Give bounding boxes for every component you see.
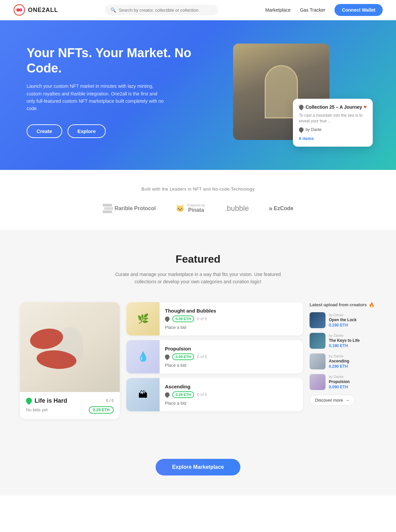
gas-tracker-link[interactable]: Gas Tracker [300,7,325,13]
big-card-bid-status: No bids yet [26,407,48,412]
bubble-logo: .bubble [225,204,249,213]
featured-grid: Life is Hard 6 / 6 No bids yet 0.29 ETH … [20,302,376,419]
small-card-ascending[interactable]: 🏔 Ascending 0.29 ETH 6 of 6 Place a bid [126,378,303,411]
sc-bubbles-icon [164,316,171,322]
latest-info-2: by Dante Ascending 0.290 ETH [329,354,376,369]
latest-item-3[interactable]: by Dante Propulsion 0.090 ETH [310,374,376,390]
latest-name-0: Open the Lock [329,318,376,322]
sc-ascending-eth: 0.29 ETH [172,391,194,398]
discover-more-button[interactable]: Discover more → [310,395,355,406]
small-card-propulsion[interactable]: 💧 Propulsion 0.09 ETH 6 of 6 Place a bid [126,340,303,373]
explore-section: Explore Marketplace [0,446,396,495]
hero-subtitle: Launch your custom NFT market in minutes… [27,82,166,112]
sc-propulsion-count: 6 of 6 [197,354,207,359]
big-card-title-row: Life is Hard 6 / 6 [26,397,114,404]
explore-button[interactable]: Explore [67,124,106,138]
latest-thumb-0 [310,312,326,328]
featured-section: Featured Curate and manage your marketpl… [0,230,396,446]
favorite-icon[interactable]: ♥ [364,104,367,110]
hero-section: Your NFTs. Your Market. No Code. Launch … [0,20,396,170]
small-card-thought-bubbles[interactable]: 🌿 Thought and Bubbles 0.09 ETH 6 of 6 Pl… [126,302,303,335]
latest-thumb-1 [310,333,326,349]
latest-thumb-2 [310,353,326,369]
collection-icon [298,104,305,111]
latest-author-2: by Dante [329,354,376,358]
sc-ascending-count: 6 of 6 [197,392,207,397]
big-card-eth-price: 0.29 ETH [89,406,114,414]
partners-logos: Rarible Protocol 🐱 Powered by Pinata .bu… [20,203,376,213]
latest-price-0: 0.290 ETH [329,323,376,328]
big-card-count: 6 / 6 [106,398,114,403]
popup-items-count[interactable]: 6 items [299,136,314,141]
sc-ascending-art: 🏔 [138,389,148,400]
search-icon: 🔍 [110,7,116,13]
popup-author: by Dante [299,127,367,132]
latest-author-1: by Dante [329,333,376,337]
partners-title: Built with the Leaders in NFT and No-cod… [20,187,376,192]
latest-name-1: The Keys to Life [329,338,376,343]
sc-propulsion-name: Propulsion [165,346,298,351]
author-icon [298,126,305,133]
svg-point-2 [19,8,22,12]
pinata-sub: Powered by [187,203,205,207]
big-card-footer: Life is Hard 6 / 6 No bids yet 0.29 ETH [20,392,120,419]
big-card-artwork [20,302,120,392]
sc-ascending-bid[interactable]: Place a bid [165,401,298,406]
sc-ascending-icon [164,391,171,398]
latest-item-0[interactable]: by Dante Open the Lock 0.290 ETH [310,312,376,328]
ezcode-logo: » EzCode [269,204,293,212]
collection-popup: Collection 25 – A Journey ♥ To cast a mo… [293,99,373,147]
latest-item-2[interactable]: by Dante Ascending 0.290 ETH [310,353,376,369]
latest-uploads-column: Latest upload from creators 🔥 by Dante O… [310,302,376,406]
logo-text: ONE2ALL [28,7,58,14]
hero-title: Your NFTs. Your Market. No Code. [27,46,193,76]
sc-bubbles-art: 🌿 [137,313,149,324]
latest-name-3: Propulsion [329,379,376,384]
sc-bubbles-meta: 0.09 ETH 6 of 6 [165,316,298,322]
sc-bubbles-bid[interactable]: Place a bid [165,325,298,330]
latest-uploads-header: Latest upload from creators 🔥 [310,302,376,308]
sc-bubbles-eth: 0.09 ETH [172,316,194,322]
search-bar[interactable]: 🔍 [105,5,218,15]
logo[interactable]: ONE2ALL [13,4,58,16]
fire-icon: 🔥 [369,302,374,308]
hero-buttons: Create Explore [27,124,193,138]
featured-desc: Curate and manage your marketplace in a … [115,271,281,286]
partners-section: Built with the Leaders in NFT and No-cod… [0,170,396,230]
sc-bubbles-count: 6 of 6 [197,317,207,321]
explore-marketplace-button[interactable]: Explore Marketplace [156,459,241,475]
sc-bubbles-image: 🌿 [126,302,160,335]
sc-ascending-body: Ascending 0.29 ETH 6 of 6 Place a bid [160,380,303,410]
pinata-logo: 🐱 Powered by Pinata [176,203,205,213]
sc-propulsion-bid[interactable]: Place a bid [165,363,298,368]
navbar: ONE2ALL 🔍 Marketplace Gas Tracker Connec… [0,0,396,20]
sc-propulsion-image: 💧 [126,340,160,373]
popup-collection-name: Collection 25 – A Journey [299,104,362,110]
rarible-text: Rarible Protocol [115,205,156,211]
latest-price-1: 0.190 ETH [329,343,376,348]
latest-thumb-3 [310,374,326,390]
sc-bubbles-body: Thought and Bubbles 0.09 ETH 6 of 6 Plac… [160,304,303,334]
sc-ascending-image: 🏔 [126,378,160,411]
latest-info-0: by Dante Open the Lock 0.290 ETH [329,313,376,328]
big-card-life-is-hard[interactable]: Life is Hard 6 / 6 No bids yet 0.29 ETH [20,302,120,419]
search-input[interactable] [119,8,213,13]
sc-propulsion-icon [164,353,171,360]
featured-title: Featured [20,253,376,265]
latest-name-2: Ascending [329,359,376,363]
latest-price-2: 0.290 ETH [329,364,376,369]
featured-header: Featured Curate and manage your marketpl… [20,253,376,286]
pinata-icon: 🐱 [176,204,185,213]
arrow-right-icon: → [345,398,349,403]
latest-item-1[interactable]: by Dante The Keys to Life 0.190 ETH [310,333,376,349]
hero-left: Your NFTs. Your Market. No Code. Launch … [27,46,193,138]
latest-info-3: by Dante Propulsion 0.090 ETH [329,375,376,389]
connect-wallet-button[interactable]: Connect Wallet [334,4,383,16]
ezcode-text: EzCode [274,205,294,211]
sc-propulsion-art: 💧 [137,351,149,362]
create-button[interactable]: Create [27,124,62,138]
marketplace-link[interactable]: Marketplace [265,7,291,13]
card-creator-icon [25,397,33,405]
sc-ascending-meta: 0.29 ETH 6 of 6 [165,391,298,398]
sc-bubbles-name: Thought and Bubbles [165,308,298,314]
